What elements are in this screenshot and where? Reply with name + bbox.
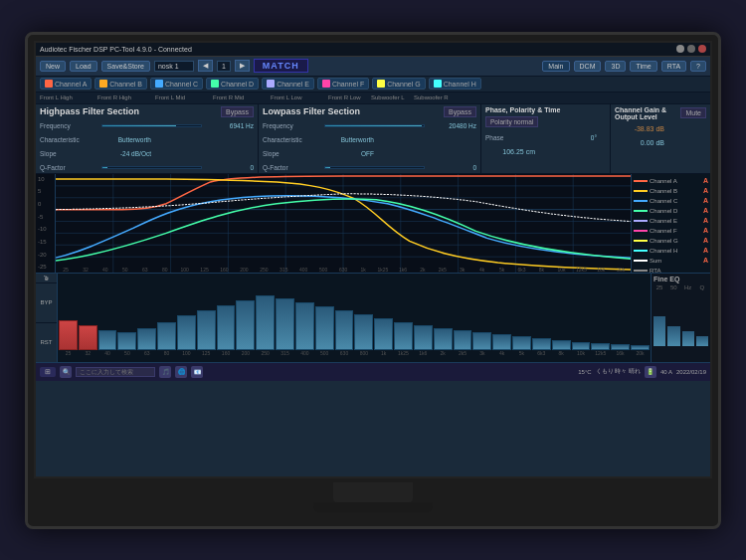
legend-rta: RTA <box>634 266 708 276</box>
channel-g-tab[interactable]: Channel G <box>372 78 425 90</box>
eq-bar-8[interactable] <box>197 310 216 350</box>
eq-bar-4[interactable] <box>117 332 136 350</box>
fine-bar-3[interactable] <box>682 331 694 346</box>
hp-q-slider[interactable] <box>101 166 202 169</box>
next-preset-btn[interactable]: ▶ <box>235 60 250 72</box>
eq-bar-26[interactable] <box>552 340 571 350</box>
ch-d-sub: Front R Mid <box>213 94 268 100</box>
eq-f-16k: 16k <box>611 350 630 360</box>
eq-bar-1[interactable] <box>59 320 78 350</box>
byp-btn[interactable]: BYP <box>36 283 57 323</box>
highpass-bypass-btn[interactable]: Bypass <box>221 106 254 117</box>
freq-label-315: 315 <box>274 267 293 273</box>
phase-value-row: Phase 0° <box>485 131 606 145</box>
taskbar-search-input[interactable] <box>76 367 155 377</box>
channel-b-tab[interactable]: Channel B <box>94 78 147 90</box>
eq-f-160: 160 <box>217 350 236 360</box>
main-tab-btn[interactable]: Main <box>542 61 569 72</box>
fine-bar-4[interactable] <box>696 336 708 346</box>
eq-bar-22[interactable] <box>472 332 491 350</box>
eq-bar-14[interactable] <box>315 306 334 350</box>
gain-section: Channel Gain & Output Level Mute -38.83 … <box>611 104 710 173</box>
rta-tab-btn[interactable]: RTA <box>661 61 686 72</box>
eq-bar-18[interactable] <box>394 322 413 350</box>
eq-bar-19[interactable] <box>414 325 433 350</box>
eq-bar-24[interactable] <box>512 336 531 350</box>
taskbar-icon-2[interactable]: 🎵 <box>159 366 171 378</box>
eq-bar-11[interactable] <box>256 295 275 350</box>
eq-bar-13[interactable] <box>295 302 314 350</box>
freq-label-160: 160 <box>215 267 235 273</box>
rst-btn[interactable]: RST <box>36 323 57 362</box>
eq-f-63: 63 <box>137 350 156 360</box>
eq-bar-28[interactable] <box>591 343 610 350</box>
preset-num: 1 <box>217 61 231 72</box>
mute-btn[interactable]: Mute <box>680 107 706 118</box>
channel-c-tab[interactable]: Channel C <box>150 78 203 90</box>
eq-bar-20[interactable] <box>434 328 453 350</box>
fine-bar-2[interactable] <box>667 326 679 346</box>
fine-eq-col-headers: 25 50 Hz Q <box>653 284 708 294</box>
eq-bar-25[interactable] <box>532 338 551 350</box>
hp-freq-slider[interactable] <box>101 124 202 127</box>
minimize-btn[interactable] <box>676 45 684 53</box>
dcm-tab-btn[interactable]: DCM <box>574 61 602 72</box>
eq-bar-12[interactable] <box>276 298 294 350</box>
taskbar-icon-4[interactable]: 📧 <box>191 366 203 378</box>
eq-bar-9[interactable] <box>217 305 236 350</box>
save-store-button[interactable]: Save&Store <box>101 61 150 72</box>
freq-label-630: 630 <box>333 267 353 273</box>
prev-preset-btn[interactable]: ◀ <box>198 60 213 72</box>
eq-bar-15[interactable] <box>335 310 354 350</box>
load-button[interactable]: Load <box>70 61 97 72</box>
eq-bar-6[interactable] <box>157 322 176 350</box>
fine-bar-1[interactable] <box>653 316 665 346</box>
channel-d-tab[interactable]: Channel D <box>206 78 259 90</box>
eq-mouse-icon: 🖱 <box>43 275 50 281</box>
eq-bar-23[interactable] <box>492 334 511 350</box>
preset-name-input[interactable] <box>154 61 194 72</box>
help-btn[interactable]: ? <box>690 61 706 72</box>
channel-a-tab[interactable]: Channel A <box>40 78 92 90</box>
legend-channel-b: Channel B A <box>634 186 708 196</box>
lowpass-bypass-btn[interactable]: Bypass <box>444 106 476 117</box>
close-btn[interactable] <box>698 45 706 53</box>
freq-label-50: 50 <box>115 267 135 273</box>
match-button[interactable]: MATCH <box>254 59 308 73</box>
eq-bar-27[interactable] <box>572 342 591 350</box>
channel-h-label: Channel H <box>444 81 476 88</box>
ch-e-sub: Front L Low <box>271 94 325 100</box>
polarity-btn[interactable]: Polarity normal <box>485 116 538 127</box>
taskbar-icon-1[interactable]: 🔍 <box>60 366 72 378</box>
hp-q-row: Q-Factor 0 <box>40 161 254 175</box>
eq-bar-2[interactable] <box>79 325 97 350</box>
maximize-btn[interactable] <box>687 45 695 53</box>
graph-svg-container: 25 32 40 50 63 80 100 125 160 200 250 31… <box>56 174 631 273</box>
eq-bar-17[interactable] <box>374 318 393 350</box>
polarity-row: Polarity normal <box>485 115 606 129</box>
channel-f-tab[interactable]: Channel F <box>317 78 369 90</box>
legend-c-color <box>634 200 648 202</box>
eq-bar-10[interactable] <box>236 300 255 350</box>
eq-bar-5[interactable] <box>137 328 156 350</box>
hp-freq-label: Frequency <box>40 122 99 129</box>
eq-bar-16[interactable] <box>354 314 373 350</box>
monitor-screen: Audiotec Fischer DSP PC-Tool 4.9.0 - Con… <box>34 41 712 478</box>
time-tab-btn[interactable]: Time <box>630 61 656 72</box>
legend-channel-h: Channel H A <box>634 246 708 256</box>
3d-tab-btn[interactable]: 3D <box>605 61 626 72</box>
eq-bar-21[interactable] <box>454 330 472 350</box>
start-button[interactable]: ⊞ <box>40 367 56 377</box>
ch-f-sub: Front R Low <box>328 94 368 100</box>
channel-e-tab[interactable]: Channel E <box>262 78 314 90</box>
eq-bar-7[interactable] <box>177 315 196 350</box>
lp-freq-slider[interactable] <box>324 124 425 127</box>
channel-h-tab[interactable]: Channel H <box>429 78 481 90</box>
taskbar-icon-3[interactable]: 🌐 <box>175 366 187 378</box>
freq-label-3k: 3k <box>453 267 472 273</box>
eq-bar-3[interactable] <box>98 330 117 350</box>
new-button[interactable]: New <box>40 61 66 72</box>
hp-q-value: 0 <box>204 164 254 171</box>
lp-q-slider[interactable] <box>324 166 425 169</box>
fine-eq-bars <box>653 296 708 346</box>
